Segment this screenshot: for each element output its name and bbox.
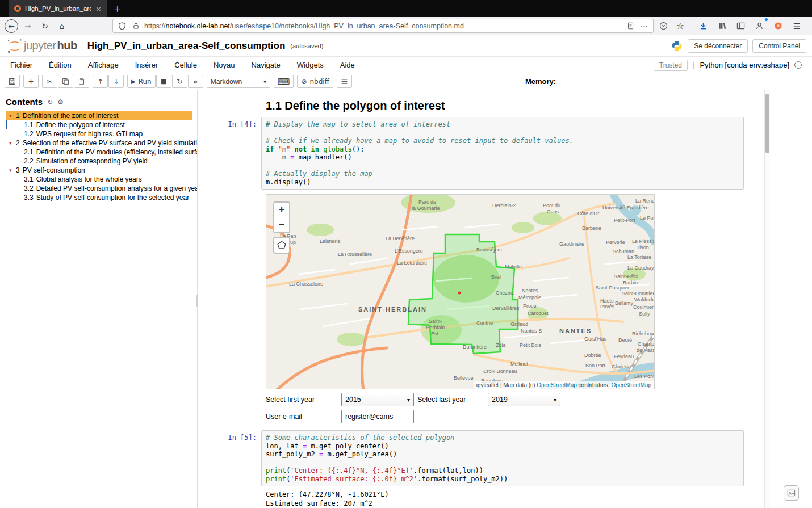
move-cell-up-button[interactable]: ↑ [93, 75, 108, 88]
paste-cell-button[interactable] [74, 75, 89, 88]
map-label: Le Port [640, 215, 654, 221]
toc-toggle-button[interactable] [337, 75, 352, 88]
toc-caret-icon[interactable]: ▾ [9, 140, 16, 146]
last-year-select[interactable]: 2019 ▾ [488, 393, 560, 406]
pocket-icon[interactable] [656, 19, 671, 33]
toc-caret-icon[interactable]: ▾ [9, 167, 16, 173]
toc-item-2.2[interactable]: 2.2Simulation of corresponding PV yield [6, 157, 192, 166]
map-widget[interactable]: Parc dela GournerieHerblain-2Pont duCens… [266, 194, 655, 389]
toc-item-1[interactable]: ▾1Definition of the zone of interest [6, 111, 192, 120]
toc-item-1.1[interactable]: 1.1Define the polygon of interest [6, 120, 192, 129]
run-cell-button[interactable]: ▶Run [127, 75, 156, 88]
trusted-badge[interactable]: Trusted [654, 60, 688, 71]
osm-contributors-link[interactable]: OpenStreetMap [537, 382, 577, 388]
separator: | [693, 61, 694, 69]
first-year-select[interactable]: 2015 ▾ [341, 393, 414, 406]
toc-item-3.1[interactable]: 3.1Global analysis for the whole years [6, 175, 192, 184]
toc-sidebar: Contents ↻ ⚙ ▾1Definition of the zone of… [0, 90, 198, 508]
toc-item-3.2[interactable]: 3.2Detailed PV self-consumption analysis… [6, 184, 192, 193]
map-label: Petit Bois [520, 342, 542, 348]
reload-button[interactable]: ↻ [37, 19, 52, 33]
toc-settings-gear-icon[interactable]: ⚙ [57, 98, 64, 106]
menu-affichage[interactable]: Affichage [88, 61, 119, 69]
image-viewer-button[interactable] [784, 485, 799, 501]
menu-icon[interactable]: ☰ [789, 19, 804, 33]
tab-close-icon[interactable]: × [95, 5, 102, 13]
code-cell[interactable]: In [5]: # Some characteristics of the se… [198, 430, 764, 486]
toc-item-3[interactable]: ▾3PV self-consumption [6, 166, 192, 175]
toc-item-3.3[interactable]: 3.3Study of PV self-consumption for the … [6, 193, 192, 202]
notebook-toolbar: + ✂ ↑ ↓ ▶Run ■ ↻ » Markdown ▾ ⌨ ⊘nbdiff [0, 73, 812, 90]
toc-item-2.1[interactable]: 2.1Definition of the PV modules (efficie… [6, 148, 192, 157]
kernel-status-icon [794, 61, 802, 69]
sidebar-resize-handle[interactable] [196, 295, 198, 307]
menu-dition[interactable]: Édition [49, 61, 72, 69]
toc-item-1.2[interactable]: 1.2WPS request for high res. GTI map [6, 129, 192, 138]
menu-insrer[interactable]: Insérer [135, 61, 158, 69]
cut-cell-button[interactable]: ✂ [42, 75, 57, 88]
menu-navigate[interactable]: Navigate [252, 61, 281, 69]
code-cell[interactable]: In [4]: # Display the map to select area… [198, 117, 764, 190]
browser-tab[interactable]: High_PV_in_urban_area-Self_c × [9, 0, 107, 17]
home-button[interactable]: ⌂ [55, 19, 69, 33]
move-cell-down-button[interactable]: ↓ [108, 75, 124, 88]
library-icon[interactable] [714, 19, 729, 33]
url-text[interactable]: https://notebook.oie-lab.net/user/eshape… [144, 22, 622, 30]
map-label: Perverie [606, 240, 625, 245]
menu-aide[interactable]: Aide [340, 61, 355, 69]
tracking-shield-icon[interactable] [117, 21, 127, 31]
map-label: Gloriette [612, 364, 631, 370]
forward-button[interactable]: → [20, 19, 35, 33]
restart-run-all-button[interactable]: » [188, 75, 203, 88]
control-panel-button[interactable]: Control Panel [752, 39, 806, 53]
map-draw-polygon-button[interactable] [273, 237, 290, 254]
menu-widgets[interactable]: Widgets [297, 61, 324, 69]
back-button[interactable]: ← [5, 19, 18, 33]
command-palette-button[interactable]: ⌨ [274, 75, 294, 88]
map-zoom-out-button[interactable]: − [274, 217, 289, 232]
menu-noyau[interactable]: Noyau [214, 61, 235, 69]
url-bar[interactable]: https://notebook.oie-lab.net/user/eshape… [112, 19, 654, 33]
nbdiff-button[interactable]: ⊘nbdiff [297, 75, 333, 88]
lock-icon[interactable] [131, 21, 141, 31]
notebook-title[interactable]: High_PV_in_urban_area-Self_consumption [87, 40, 286, 52]
toc-label: Selection of the effective PV surface an… [23, 139, 198, 147]
restart-kernel-button[interactable]: ↻ [172, 75, 187, 88]
toc-refresh-icon[interactable]: ↻ [47, 98, 53, 106]
map-label: Bon Port [585, 363, 606, 368]
toc-number: 3.3 [24, 194, 34, 201]
sidebars-icon[interactable] [733, 19, 748, 33]
cell-input-area[interactable]: # Some characteristics of the selected p… [261, 430, 744, 486]
reader-mode-icon[interactable] [625, 21, 635, 31]
bookmark-star-icon[interactable]: ☆ [673, 19, 688, 33]
account-icon[interactable] [752, 19, 767, 33]
url-domain: notebook.oie-lab.net [166, 22, 230, 30]
interrupt-kernel-button[interactable]: ■ [156, 75, 171, 88]
addon-icon[interactable] [771, 19, 785, 33]
page-actions-icon[interactable]: ⋯ [639, 21, 649, 31]
email-field[interactable] [341, 410, 414, 423]
cell-type-select[interactable]: Markdown ▾ [207, 75, 270, 88]
copy-cell-button[interactable] [58, 75, 73, 88]
add-cell-button[interactable]: + [23, 75, 39, 88]
map-label: la Gournerie [412, 205, 440, 211]
save-button[interactable] [5, 75, 20, 88]
logout-button[interactable]: Se déconnecter [688, 39, 748, 53]
map-label: Pavés [600, 304, 615, 309]
toc-number: 3.2 [24, 184, 34, 192]
downloads-icon[interactable] [696, 19, 710, 33]
new-tab-button[interactable]: + [107, 0, 128, 17]
notebook-scrollbar[interactable] [764, 90, 770, 508]
map-canvas[interactable]: Parc dela GournerieHerblain-2Pont duCens… [266, 195, 654, 389]
toc-caret-icon[interactable]: ▾ [9, 113, 16, 119]
scrollbar-thumb[interactable] [765, 94, 769, 153]
map-zoom-in-button[interactable]: + [274, 203, 289, 217]
menu-cellule[interactable]: Cellule [174, 61, 197, 69]
jupyterhub-logo[interactable]: jupyterhub [24, 39, 77, 52]
cell-input-area[interactable]: # Display the map to select area of inte… [261, 117, 744, 190]
email-label: User e-mail [266, 413, 341, 421]
menu-fichier[interactable]: Fichier [10, 61, 32, 69]
osm-link[interactable]: OpenStreetMap [611, 382, 651, 388]
map-label: L'Essongère [395, 248, 423, 254]
toc-item-2[interactable]: ▾2Selection of the effective PV surface … [6, 138, 192, 148]
